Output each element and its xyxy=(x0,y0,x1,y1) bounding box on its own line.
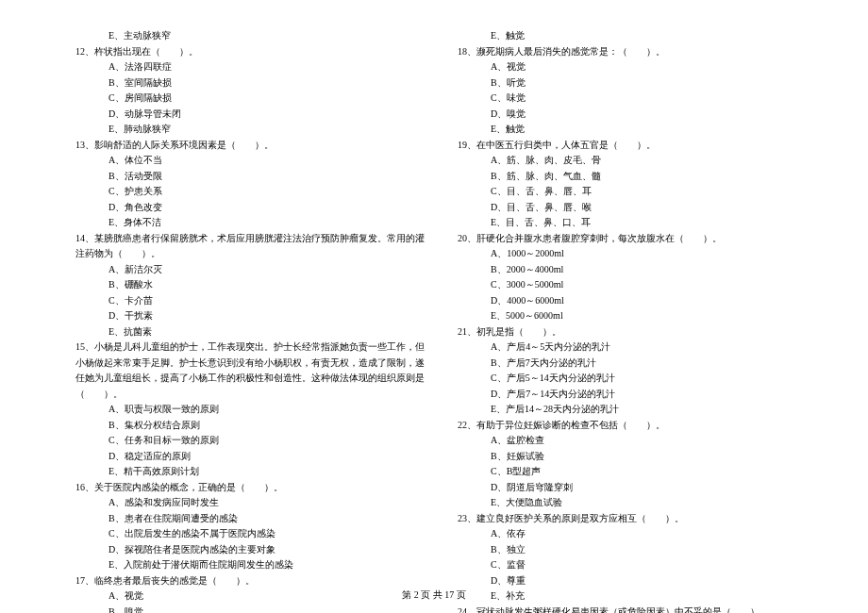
option-17e: E、触觉 xyxy=(458,28,811,44)
option-16b: B、患者在住院期间遭受的感染 xyxy=(75,511,429,527)
option-14c: C、卡介苗 xyxy=(75,293,429,309)
question-19: 19、在中医五行归类中，人体五官是（ ）。 xyxy=(458,138,811,154)
option-14b: B、硼酸水 xyxy=(75,277,429,293)
option-19c: C、目、舌、鼻、唇、耳 xyxy=(458,184,811,200)
option-20a: A、1000～2000ml xyxy=(458,246,811,262)
option-21e: E、产后14～28天内分泌的乳汁 xyxy=(458,402,811,418)
option-13b: B、活动受限 xyxy=(75,169,429,185)
option-23b: B、独立 xyxy=(458,542,811,558)
option-22b: B、妊娠试验 xyxy=(458,449,811,465)
option-20d: D、4000～6000ml xyxy=(458,293,811,309)
option-15a: A、职责与权限一致的原则 xyxy=(75,402,429,418)
option-22e: E、大便隐血试验 xyxy=(458,495,811,511)
option-22a: A、盆腔检查 xyxy=(458,433,811,449)
option-18e: E、触觉 xyxy=(458,122,811,138)
option-16d: D、探视陪住者是医院内感染的主要对象 xyxy=(75,542,429,558)
option-12c: C、房间隔缺损 xyxy=(75,91,429,107)
option-20e: E、5000～6000ml xyxy=(458,308,811,324)
option-12b: B、室间隔缺损 xyxy=(75,75,429,91)
option-18d: D、嗅觉 xyxy=(458,107,811,123)
option-22c: C、B型超声 xyxy=(458,464,811,480)
option-15d: D、稳定适应的原则 xyxy=(75,449,429,465)
left-column: E、主动脉狭窄 12、杵状指出现在（ ）。 A、法洛四联症 B、室间隔缺损 C、… xyxy=(75,28,429,613)
option-19a: A、筋、脉、肉、皮毛、骨 xyxy=(458,153,811,169)
option-15c: C、任务和目标一致的原则 xyxy=(75,433,429,449)
option-15e: E、精干高效原则计划 xyxy=(75,464,429,480)
option-21c: C、产后5～14天内分泌的乳汁 xyxy=(458,371,811,387)
option-21d: D、产后7～14天内分泌的乳汁 xyxy=(458,387,811,403)
question-21: 21、初乳是指（ ）。 xyxy=(458,324,811,340)
option-23a: A、依存 xyxy=(458,526,811,542)
option-23d: D、尊重 xyxy=(458,573,811,589)
option-20b: B、2000～4000ml xyxy=(458,262,811,278)
option-14a: A、新洁尔灭 xyxy=(75,262,429,278)
question-20: 20、肝硬化合并腹水患者腹腔穿刺时，每次放腹水在（ ）。 xyxy=(458,231,811,247)
option-18a: A、视觉 xyxy=(458,59,811,75)
question-18: 18、濒死期病人最后消失的感觉常是：（ ）。 xyxy=(458,44,811,60)
option-21b: B、产后7天内分泌的乳汁 xyxy=(458,356,811,372)
option-16a: A、感染和发病应同时发生 xyxy=(75,495,429,511)
option-12e: E、肺动脉狭窄 xyxy=(75,122,429,138)
option-16c: C、出院后发生的感染不属于医院内感染 xyxy=(75,526,429,542)
question-15: 15、小杨是儿科儿童组的护士，工作表现突出。护士长经常指派她负责一些工作，但小杨… xyxy=(75,340,429,402)
question-12: 12、杵状指出现在（ ）。 xyxy=(75,44,429,60)
option-23c: C、监督 xyxy=(458,557,811,573)
question-17: 17、临终患者最后丧失的感觉是（ ）。 xyxy=(75,573,429,589)
question-16: 16、关于医院内感染的概念，正确的是（ ）。 xyxy=(75,480,429,496)
option-17b: B、嗅觉 xyxy=(75,605,429,614)
option-12a: A、法洛四联症 xyxy=(75,59,429,75)
option-19d: D、目、舌、鼻、唇、喉 xyxy=(458,200,811,216)
option-19e: E、目、舌、鼻、口、耳 xyxy=(458,215,811,231)
option-13d: D、角色改变 xyxy=(75,200,429,216)
option-11e: E、主动脉狭窄 xyxy=(75,28,429,44)
question-24: 24、冠状动脉发生粥样硬化易患因素（或危险因素）中不妥的是（ ）。 xyxy=(458,605,811,614)
option-13a: A、体位不当 xyxy=(75,153,429,169)
option-13e: E、身体不洁 xyxy=(75,215,429,231)
option-21a: A、产后4～5天内分泌的乳汁 xyxy=(458,340,811,356)
option-14d: D、干扰素 xyxy=(75,308,429,324)
page-footer: 第 2 页 共 17 页 xyxy=(0,588,868,602)
option-18c: C、味觉 xyxy=(458,91,811,107)
question-23: 23、建立良好医护关系的原则是双方应相互（ ）。 xyxy=(458,511,811,527)
option-19b: B、筋、脉、肉、气血、髓 xyxy=(458,169,811,185)
option-12d: D、动脉导管未闭 xyxy=(75,107,429,123)
option-22d: D、阴道后穹隆穿刺 xyxy=(458,480,811,496)
option-15b: B、集权分权结合原则 xyxy=(75,418,429,434)
option-16e: E、入院前处于潜伏期而住院期间发生的感染 xyxy=(75,557,429,573)
question-13: 13、影响舒适的人际关系环境因素是（ ）。 xyxy=(75,138,429,154)
option-20c: C、3000～5000ml xyxy=(458,277,811,293)
question-22: 22、有助于异位妊娠诊断的检查不包括（ ）。 xyxy=(458,418,811,434)
option-18b: B、听觉 xyxy=(458,75,811,91)
option-14e: E、抗菌素 xyxy=(75,324,429,340)
option-13c: C、护患关系 xyxy=(75,184,429,200)
right-column: E、触觉 18、濒死期病人最后消失的感觉常是：（ ）。 A、视觉 B、听觉 C、… xyxy=(458,28,811,613)
question-14: 14、某膀胱癌患者行保留膀胱术，术后应用膀胱灌注法治疗预防肿瘤复发。常用的灌注药… xyxy=(75,231,429,262)
